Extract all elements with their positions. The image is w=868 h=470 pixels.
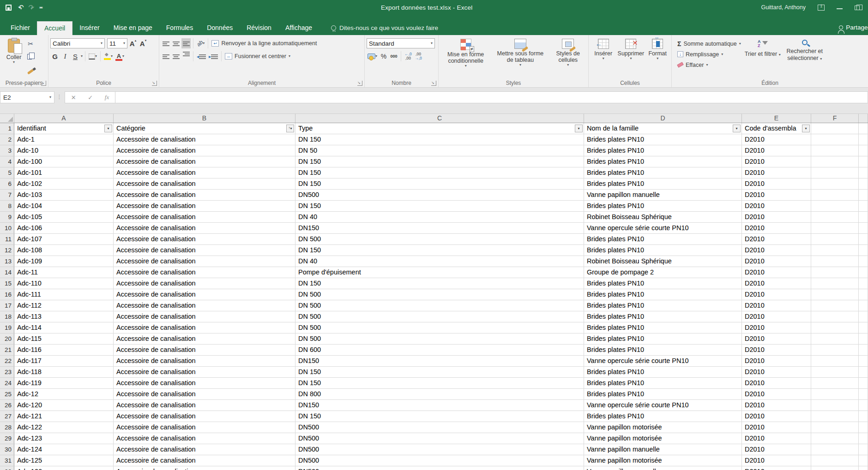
number-format-select[interactable]: Standard▾ — [367, 38, 435, 48]
cell-D31[interactable]: Vanne papillon motorisée — [584, 455, 742, 466]
underline-button[interactable]: S — [71, 51, 80, 61]
filter-button-E[interactable]: ▾ — [802, 125, 810, 132]
row-header-19[interactable]: 19 — [0, 322, 14, 333]
cell-F27[interactable] — [811, 411, 859, 422]
cell-x27[interactable] — [859, 411, 868, 422]
cell-A18[interactable]: Adc-113 — [14, 311, 114, 322]
cell-C24[interactable]: DN 150 — [295, 378, 584, 389]
cell-B14[interactable]: Accessoire de canalisation — [114, 267, 295, 278]
cell-B15[interactable]: Accessoire de canalisation — [114, 278, 295, 289]
cell-E13[interactable]: D2010 — [742, 256, 811, 267]
insert-cells-button[interactable]: ← Insérer▾ — [591, 37, 616, 77]
cell-x4[interactable] — [859, 156, 868, 167]
filter-button-A[interactable]: ▾ — [104, 125, 112, 132]
cell-x18[interactable] — [859, 311, 868, 322]
cell-E30[interactable]: D2010 — [742, 444, 811, 455]
cell-E27[interactable]: D2010 — [742, 411, 811, 422]
cell-C11[interactable]: DN 500 — [295, 234, 584, 245]
delete-cells-button[interactable]: ✕ Supprimer▾ — [616, 37, 645, 77]
cell-E12[interactable]: D2010 — [742, 245, 811, 256]
cell-x16[interactable] — [859, 289, 868, 300]
orientation-button[interactable]: ab▾ — [196, 38, 205, 48]
cell-E17[interactable]: D2010 — [742, 300, 811, 311]
row-header-3[interactable]: 3 — [0, 145, 14, 156]
cell-x9[interactable] — [859, 212, 868, 223]
cell-E16[interactable]: D2010 — [742, 289, 811, 300]
italic-button[interactable]: I — [60, 51, 70, 61]
cell-D1[interactable]: Nom de la famille▾ — [584, 123, 742, 134]
cell-B30[interactable]: Accessoire de canalisation — [114, 444, 295, 455]
merge-center-button[interactable]: ↔ Fusionner et centrer ▾ — [224, 51, 291, 61]
clipboard-dialog-launcher[interactable]: ↘ — [41, 81, 46, 86]
cell-D22[interactable]: Vanne opercule série courte PN10 — [584, 356, 742, 367]
cell-C29[interactable]: DN500 — [295, 433, 584, 444]
cell-F1[interactable] — [811, 123, 859, 134]
cell-A5[interactable]: Adc-101 — [14, 167, 114, 178]
select-all-corner[interactable] — [0, 114, 14, 123]
format-cells-button[interactable]: ↔ Format▾ — [645, 37, 669, 77]
cell-F23[interactable] — [811, 367, 859, 378]
cell-C16[interactable]: DN 500 — [295, 289, 584, 300]
cell-x19[interactable] — [859, 322, 868, 333]
cell-B26[interactable]: Accessoire de canalisation — [114, 400, 295, 411]
row-header-17[interactable]: 17 — [0, 300, 14, 311]
cell-B2[interactable]: Accessoire de canalisation — [114, 134, 295, 145]
cell-x28[interactable] — [859, 422, 868, 433]
row-header-4[interactable]: 4 — [0, 156, 14, 167]
cell-A2[interactable]: Adc-1 — [14, 134, 114, 145]
cell-C14[interactable]: Pompe d'épuisement — [295, 267, 584, 278]
cell-x11[interactable] — [859, 234, 868, 245]
cell-C31[interactable]: DN500 — [295, 455, 584, 466]
cell-x25[interactable] — [859, 389, 868, 400]
cell-F25[interactable] — [811, 389, 859, 400]
cell-F22[interactable] — [811, 356, 859, 367]
cell-C12[interactable]: DN 150 — [295, 245, 584, 256]
row-header-15[interactable]: 15 — [0, 278, 14, 289]
cell-C6[interactable]: DN 150 — [295, 178, 584, 190]
cell-x13[interactable] — [859, 256, 868, 267]
cell-E28[interactable]: D2010 — [742, 422, 811, 433]
cell-E22[interactable]: D2010 — [742, 356, 811, 367]
cell-A20[interactable]: Adc-115 — [14, 333, 114, 345]
cell-B27[interactable]: Accessoire de canalisation — [114, 411, 295, 422]
cell-B23[interactable]: Accessoire de canalisation — [114, 367, 295, 378]
cell-A13[interactable]: Adc-109 — [14, 256, 114, 267]
cell-styles-button[interactable]: Styles de cellules▾ — [549, 37, 586, 77]
row-header-1[interactable]: 1 — [0, 123, 14, 134]
cell-F18[interactable] — [811, 311, 859, 322]
formula-bar-splitter[interactable]: ⋮ — [54, 91, 65, 100]
cell-D11[interactable]: Brides plates PN10 — [584, 234, 742, 245]
row-header-22[interactable]: 22 — [0, 356, 14, 367]
tab-formules[interactable]: Formules — [159, 21, 200, 35]
cell-D6[interactable]: Brides plates PN10 — [584, 178, 742, 190]
cell-A24[interactable]: Adc-119 — [14, 378, 114, 389]
cell-F8[interactable] — [811, 201, 859, 212]
row-header-5[interactable]: 5 — [0, 167, 14, 178]
cell-B16[interactable]: Accessoire de canalisation — [114, 289, 295, 300]
column-header-C[interactable]: C — [295, 114, 584, 123]
cell-B1[interactable]: Catégorie↑▾ — [114, 123, 295, 134]
cell-E10[interactable]: D2010 — [742, 223, 811, 234]
cell-D8[interactable]: Brides plates PN10 — [584, 201, 742, 212]
column-header-D[interactable]: D — [584, 114, 742, 123]
cell-E6[interactable]: D2010 — [742, 178, 811, 190]
row-header-14[interactable]: 14 — [0, 267, 14, 278]
cell-x2[interactable] — [859, 134, 868, 145]
cell-C19[interactable]: DN 500 — [295, 322, 584, 333]
clear-button[interactable]: Effacer▾ — [677, 60, 741, 70]
cell-D9[interactable]: Robinet Boisseau Sphérique — [584, 212, 742, 223]
cell-B32[interactable]: Accessoire de canalisation — [114, 466, 295, 470]
cell-A15[interactable]: Adc-110 — [14, 278, 114, 289]
cell-E21[interactable]: D2010 — [742, 345, 811, 356]
cell-A21[interactable]: Adc-116 — [14, 345, 114, 356]
tab-fichier[interactable]: Fichier — [4, 21, 37, 35]
cell-C7[interactable]: DN500 — [295, 190, 584, 201]
cell-A12[interactable]: Adc-108 — [14, 245, 114, 256]
cell-C13[interactable]: DN 40 — [295, 256, 584, 267]
cell-E2[interactable]: D2010 — [742, 134, 811, 145]
cell-F20[interactable] — [811, 333, 859, 345]
ribbon-display-options-icon[interactable] — [818, 5, 825, 11]
cell-D2[interactable]: Brides plates PN10 — [584, 134, 742, 145]
cell-B3[interactable]: Accessoire de canalisation — [114, 145, 295, 156]
cell-D27[interactable]: Brides plates PN10 — [584, 411, 742, 422]
